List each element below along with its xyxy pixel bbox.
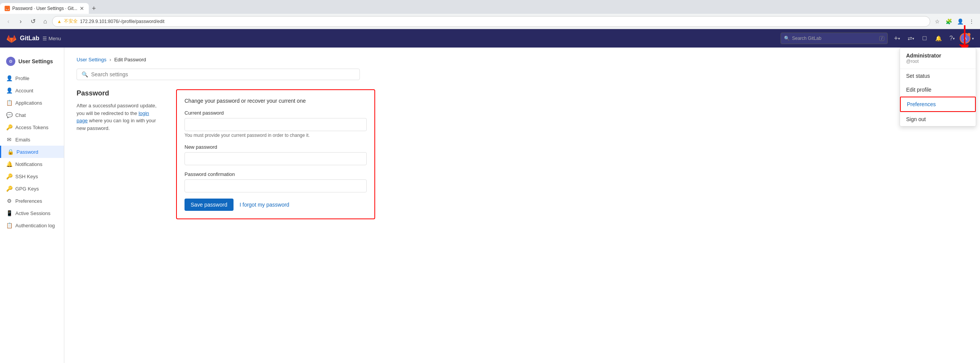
bell-icon: 🔔 [935, 35, 942, 41]
change-password-subtitle: Change your password or recover your cur… [185, 98, 367, 104]
login-page-link[interactable]: login page [77, 110, 149, 124]
chat-icon: 💬 [6, 112, 12, 118]
search-settings-bar: 🔍 [77, 69, 360, 80]
password-icon: 🔒 [7, 149, 13, 155]
forward-button[interactable]: › [15, 16, 26, 27]
dropdown-user-info: Administrator @root [900, 48, 976, 69]
gitlab-wordmark: GitLab [20, 35, 39, 42]
sidebar-title: User Settings [18, 58, 53, 64]
sidebar: ⚙ User Settings 👤 Profile 👤 Account 📋 Ap… [0, 48, 64, 363]
tab-favicon: 🦊 [5, 6, 10, 11]
tab-title: Password · User Settings · Git... [12, 6, 77, 11]
dropdown-username: Administrator [906, 53, 970, 59]
current-password-group: Current password You must provide your c… [185, 110, 367, 138]
gitlab-header: GitLab ☰ Menu 🔍 Search GitLab / + ▾ ⇄ ▾ … [0, 29, 980, 48]
applications-icon: 📋 [6, 100, 12, 106]
issues-icon: ☐ [922, 35, 927, 41]
main-layout: ⚙ User Settings 👤 Profile 👤 Account 📋 Ap… [0, 48, 980, 363]
emails-icon: ✉ [6, 136, 12, 143]
forgot-password-link[interactable]: I forgot my password [240, 202, 289, 208]
auth-log-icon: 📋 [6, 222, 12, 228]
hamburger-icon: ☰ [42, 36, 47, 41]
sidebar-item-auth-log[interactable]: 📋 Authentication log [0, 219, 64, 232]
sidebar-item-account[interactable]: 👤 Account [0, 84, 64, 97]
active-sessions-icon: 📱 [6, 210, 12, 216]
home-button[interactable]: ⌂ [40, 16, 51, 27]
reload-button[interactable]: ↺ [28, 16, 38, 27]
tab-close-button[interactable]: ✕ [80, 5, 84, 11]
sidebar-avatar: ⚙ [6, 57, 15, 66]
sign-out-item[interactable]: Sign out [900, 112, 976, 126]
security-icon: ▲ [57, 19, 62, 24]
back-button[interactable]: ‹ [3, 16, 14, 27]
user-dropdown: Administrator @root Set status Edit prof… [900, 48, 976, 126]
content-area: User Settings › Edit Password 🔍 Password… [64, 48, 980, 363]
current-password-hint: You must provide your current password i… [185, 133, 367, 138]
browser-chrome: 🦊 Password · User Settings · Git... ✕ + … [0, 0, 980, 29]
form-actions: Save password I forgot my password [185, 199, 367, 211]
new-password-input[interactable] [185, 152, 367, 165]
preferences-item[interactable]: Preferences [900, 97, 976, 112]
edit-profile-item[interactable]: Edit profile [900, 83, 976, 97]
breadcrumb-current: Edit Password [114, 57, 146, 62]
sidebar-item-preferences[interactable]: ⚙ Preferences [0, 195, 64, 207]
global-search[interactable]: 🔍 Search GitLab / [781, 33, 888, 44]
password-form: Change your password or recover your cur… [176, 89, 375, 219]
new-password-label: New password [185, 144, 367, 150]
new-tab-button[interactable]: + [89, 3, 99, 14]
gitlab-fox-icon [6, 33, 17, 44]
gpg-keys-icon: 🔑 [6, 186, 12, 192]
sidebar-item-applications[interactable]: 📋 Applications [0, 97, 64, 109]
issues-button[interactable]: ☐ [918, 32, 931, 44]
merge-icon: ⇄ [908, 35, 912, 41]
ssh-keys-icon: 🔑 [6, 173, 12, 179]
breadcrumb-parent[interactable]: User Settings [77, 57, 106, 62]
account-icon: 👤 [6, 87, 12, 94]
slash-shortcut: / [879, 36, 884, 41]
sidebar-item-gpg-keys[interactable]: 🔑 GPG Keys [0, 182, 64, 195]
sidebar-item-profile[interactable]: 👤 Profile [0, 72, 64, 84]
set-status-item[interactable]: Set status [900, 69, 976, 83]
notifications-button[interactable]: 🔔 [932, 32, 944, 44]
notifications-icon: 🔔 [6, 161, 12, 167]
access-tokens-icon: 🔑 [6, 124, 12, 130]
url-text: 172.29.9.101:8076/-/profile/password/edi… [80, 19, 925, 24]
browser-toolbar: ‹ › ↺ ⌂ ▲ 不安全 172.29.9.101:8076/-/profil… [0, 14, 980, 29]
profile-icon: 👤 [6, 75, 12, 81]
new-password-group: New password [185, 144, 367, 165]
breadcrumb: User Settings › Edit Password [77, 57, 968, 62]
password-section-title: Password [77, 89, 161, 97]
password-confirmation-input[interactable] [185, 179, 367, 192]
search-settings-input[interactable] [91, 71, 355, 77]
merge-requests-button[interactable]: ⇄ ▾ [905, 32, 917, 44]
sidebar-item-password[interactable]: 🔒 Password [0, 146, 64, 158]
preferences-icon: ⚙ [6, 198, 12, 204]
sidebar-item-active-sessions[interactable]: 📱 Active Sessions [0, 207, 64, 219]
sidebar-item-chat[interactable]: 💬 Chat [0, 109, 64, 121]
breadcrumb-separator: › [109, 57, 111, 62]
password-info: Password After a successful password upd… [77, 89, 161, 219]
dropdown-handle: @root [906, 59, 970, 64]
settings-search-icon: 🔍 [82, 71, 88, 77]
password-section: Password After a successful password upd… [77, 89, 968, 219]
address-bar[interactable]: ▲ 不安全 172.29.9.101:8076/-/profile/passwo… [52, 16, 930, 27]
password-confirmation-label: Password confirmation [185, 171, 367, 177]
active-tab[interactable]: 🦊 Password · User Settings · Git... ✕ [0, 3, 89, 14]
search-icon: 🔍 [784, 36, 790, 41]
current-password-input[interactable] [185, 118, 367, 131]
menu-button[interactable]: ☰ Menu [42, 36, 61, 41]
sidebar-item-ssh-keys[interactable]: 🔑 SSH Keys [0, 170, 64, 182]
bookmark-star-icon[interactable]: ☆ [932, 16, 942, 27]
create-new-button[interactable]: + ▾ [891, 32, 903, 44]
sidebar-item-notifications[interactable]: 🔔 Notifications [0, 158, 64, 170]
sidebar-item-emails[interactable]: ✉ Emails [0, 133, 64, 146]
current-password-label: Current password [185, 110, 367, 116]
sidebar-item-access-tokens[interactable]: 🔑 Access Tokens [0, 121, 64, 133]
security-label: 不安全 [64, 18, 78, 25]
save-password-button[interactable]: Save password [185, 199, 234, 211]
password-confirmation-group: Password confirmation [185, 171, 367, 192]
sidebar-header: ⚙ User Settings [0, 54, 64, 72]
password-description: After a successful password update, you … [77, 102, 161, 132]
gitlab-logo[interactable]: GitLab [6, 33, 39, 44]
tab-bar: 🦊 Password · User Settings · Git... ✕ + [0, 0, 980, 14]
